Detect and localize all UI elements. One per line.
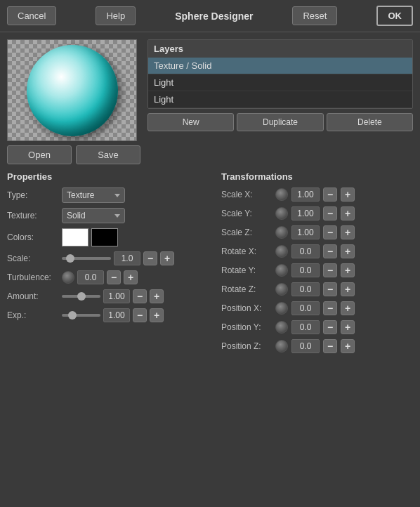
properties-title: Properties: [7, 171, 214, 182]
position-y-decrement[interactable]: −: [323, 320, 337, 334]
rotate-z-value[interactable]: [291, 282, 320, 296]
exp-value[interactable]: [103, 308, 130, 322]
position-x-knob[interactable]: [275, 302, 288, 315]
amount-value[interactable]: [103, 289, 130, 303]
ok-button[interactable]: OK: [376, 6, 413, 26]
texture-control: Solid: [62, 208, 214, 223]
scale-value[interactable]: [114, 251, 140, 265]
scale-y-label: Scale Y:: [221, 209, 272, 218]
transformations-title: Transformations: [221, 171, 413, 182]
colors-row: Colors:: [7, 228, 214, 246]
amount-label: Amount:: [7, 291, 58, 301]
scale-z-value[interactable]: [291, 225, 320, 239]
header: Cancel Help Sphere Designer Reset OK: [0, 0, 420, 32]
color-swatch-black[interactable]: [91, 228, 118, 246]
rotate-x-row: Rotate X: − +: [221, 244, 413, 258]
reset-button[interactable]: Reset: [292, 6, 337, 25]
scale-x-value[interactable]: [291, 187, 320, 202]
exp-control: − +: [62, 308, 164, 322]
amount-slider[interactable]: [62, 295, 100, 298]
turbulence-increment[interactable]: +: [124, 270, 138, 284]
layer-item-texture-solid[interactable]: Texture / Solid: [148, 58, 412, 74]
layers-title: Layers: [148, 40, 412, 58]
texture-label: Texture:: [7, 211, 58, 220]
scale-increment[interactable]: +: [160, 251, 174, 265]
rotate-x-decrement[interactable]: −: [323, 244, 337, 258]
open-button[interactable]: Open: [7, 145, 72, 164]
position-x-decrement[interactable]: −: [323, 301, 337, 315]
type-label: Type:: [7, 190, 58, 200]
texture-dropdown[interactable]: Solid: [62, 208, 125, 223]
scale-x-knob[interactable]: [275, 188, 288, 201]
rotate-x-increment[interactable]: +: [341, 244, 355, 258]
rotate-y-knob[interactable]: [275, 264, 288, 277]
rotate-x-value[interactable]: [291, 244, 320, 258]
scale-label: Scale:: [7, 253, 58, 263]
rotate-z-knob[interactable]: [275, 283, 288, 296]
amount-increment[interactable]: +: [150, 289, 164, 303]
color-swatch-white[interactable]: [62, 228, 88, 246]
scale-z-knob[interactable]: [275, 226, 288, 239]
position-x-label: Position X:: [221, 303, 272, 313]
position-y-knob[interactable]: [275, 321, 288, 334]
help-button[interactable]: Help: [96, 6, 136, 25]
cancel-button[interactable]: Cancel: [7, 6, 56, 25]
position-z-decrement[interactable]: −: [323, 339, 337, 353]
turbulence-knob[interactable]: [62, 271, 74, 284]
turbulence-value[interactable]: [77, 270, 104, 284]
rotate-z-increment[interactable]: +: [341, 282, 355, 296]
scale-x-label: Scale X:: [221, 190, 272, 199]
save-button[interactable]: Save: [76, 145, 140, 164]
scale-y-knob[interactable]: [275, 207, 288, 220]
turbulence-control: − +: [62, 270, 138, 284]
turbulence-row: Turbulence: − +: [7, 270, 214, 284]
exp-slider[interactable]: [62, 314, 100, 317]
position-y-label: Position Y:: [221, 322, 272, 332]
position-x-value[interactable]: [291, 301, 320, 315]
position-z-knob[interactable]: [275, 340, 288, 353]
scale-x-decrement[interactable]: −: [323, 187, 337, 202]
rotate-x-knob[interactable]: [275, 245, 288, 258]
new-layer-button[interactable]: New: [147, 113, 234, 131]
type-dropdown[interactable]: Texture: [62, 187, 125, 203]
layer-item-light-1[interactable]: Light: [148, 74, 412, 91]
position-y-value[interactable]: [291, 320, 320, 334]
right-panel: Layers Texture / Solid Light Light New D…: [147, 39, 413, 164]
rotate-y-decrement[interactable]: −: [323, 263, 337, 277]
scale-y-increment[interactable]: +: [341, 206, 355, 220]
scale-z-increment[interactable]: +: [341, 225, 355, 239]
scale-x-increment[interactable]: +: [341, 187, 355, 202]
scale-z-decrement[interactable]: −: [323, 225, 337, 239]
bottom-section: Properties Type: Texture Texture: Solid: [0, 171, 420, 365]
position-y-increment[interactable]: +: [341, 320, 355, 334]
layer-item-light-2[interactable]: Light: [148, 91, 412, 108]
rotate-y-increment[interactable]: +: [341, 263, 355, 277]
sphere-preview: [27, 45, 118, 136]
amount-row: Amount: − +: [7, 289, 214, 303]
texture-row: Texture: Solid: [7, 208, 214, 223]
rotate-y-row: Rotate Y: − +: [221, 263, 413, 277]
top-section: Open Save Layers Texture / Solid Light L…: [0, 32, 420, 171]
rotate-y-value[interactable]: [291, 263, 320, 277]
position-x-increment[interactable]: +: [341, 301, 355, 315]
scale-y-decrement[interactable]: −: [323, 206, 337, 220]
duplicate-layer-button[interactable]: Duplicate: [237, 113, 323, 131]
type-control: Texture: [62, 187, 214, 203]
exp-decrement[interactable]: −: [133, 308, 147, 322]
delete-layer-button[interactable]: Delete: [327, 113, 413, 131]
turbulence-decrement[interactable]: −: [107, 270, 121, 284]
exp-increment[interactable]: +: [150, 308, 164, 322]
position-z-value[interactable]: [291, 339, 320, 353]
position-z-label: Position Z:: [221, 341, 272, 351]
layer-buttons: New Duplicate Delete: [147, 113, 413, 131]
scale-control: − +: [62, 251, 174, 265]
amount-decrement[interactable]: −: [133, 289, 147, 303]
colors-label: Colors:: [7, 232, 58, 242]
position-y-row: Position Y: − +: [221, 320, 413, 334]
type-row: Type: Texture: [7, 187, 214, 203]
scale-y-value[interactable]: [291, 206, 320, 220]
rotate-z-decrement[interactable]: −: [323, 282, 337, 296]
position-z-increment[interactable]: +: [341, 339, 355, 353]
scale-decrement[interactable]: −: [143, 251, 157, 265]
scale-slider[interactable]: [62, 257, 111, 260]
